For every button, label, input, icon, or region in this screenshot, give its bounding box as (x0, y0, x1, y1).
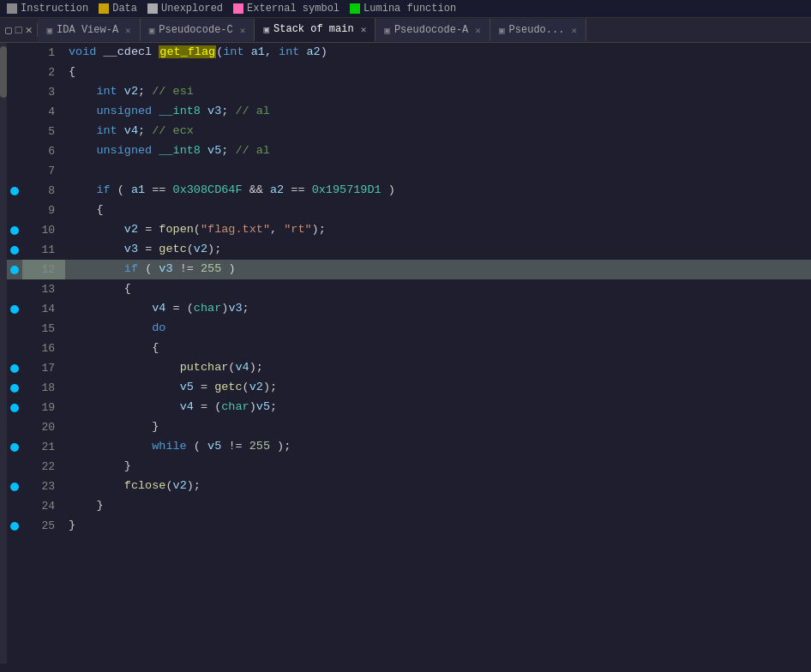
breakpoint-25[interactable] (10, 522, 19, 531)
line-num-6: 6 (22, 141, 65, 161)
breakpoint-17[interactable] (10, 364, 19, 373)
code-line-24: 24 } (7, 496, 811, 516)
tab-close-pseudocode-a[interactable]: ✕ (475, 25, 481, 36)
line-num-19: 19 (22, 398, 65, 417)
code-line-4: 4 unsigned __int8 v3; // al (7, 102, 811, 122)
code-line-7: 7 (7, 161, 811, 181)
legend-label-lumina: Lumina function (363, 3, 456, 15)
breakpoint-18[interactable] (10, 384, 19, 393)
breakpoint-19[interactable] (10, 404, 19, 412)
legend-external: External symbol (233, 3, 339, 15)
bp-col-2 (7, 63, 22, 82)
legend-instruction: Instruction (7, 3, 88, 15)
line-num-20: 20 (22, 417, 65, 437)
code-text-6: unsigned __int8 v5; // al (65, 141, 811, 161)
line-num-16: 16 (22, 339, 65, 358)
legend-data: Data (99, 3, 137, 15)
breakpoint-10[interactable] (10, 226, 19, 235)
line-num-25: 25 (22, 516, 65, 536)
bp-col-4 (7, 102, 22, 122)
code-text-11: v3 = getc(v2); (65, 240, 811, 260)
line-num-23: 23 (22, 477, 65, 496)
tab-label-stack-of-main: Stack of main (273, 23, 354, 35)
code-line-25: 25 } (7, 516, 811, 536)
bp-col-17 (7, 358, 22, 378)
code-text-13: { (65, 279, 811, 299)
tab-pseudocode-c[interactable]: ▣ Pseudocode-C ✕ (141, 19, 255, 41)
code-line-2: 2 { (7, 63, 811, 82)
restore-icon[interactable]: □ (15, 24, 22, 37)
code-line-18: 18 v5 = getc(v2); (7, 378, 811, 398)
tab-icon-pseudocode-a: ▣ (384, 25, 390, 36)
tab-icon-pseudocode-c: ▣ (149, 25, 155, 36)
minimize-icon[interactable]: ▢ (5, 23, 12, 37)
line-num-24: 24 (22, 496, 65, 516)
line-num-14: 14 (22, 299, 65, 319)
breakpoint-12[interactable] (10, 266, 19, 274)
tab-stack-of-main[interactable]: ▣ Stack of main ✕ (255, 18, 375, 42)
breakpoint-23[interactable] (10, 483, 19, 491)
line-num-12: 12 (22, 260, 65, 279)
line-num-15: 15 (22, 319, 65, 339)
legend-lumina: Lumina function (350, 3, 456, 15)
code-line-9: 9 { (7, 201, 811, 220)
bp-col-6 (7, 141, 22, 161)
code-line-6: 6 unsigned __int8 v5; // al (7, 141, 811, 161)
line-num-10: 10 (22, 220, 65, 240)
breakpoint-11[interactable] (10, 246, 19, 255)
code-text-25: } (65, 516, 811, 536)
tab-close-ida-view-a[interactable]: ✕ (125, 25, 131, 36)
code-text-18: v5 = getc(v2); (65, 378, 811, 398)
code-text-4: unsigned __int8 v3; // al (65, 102, 811, 122)
code-line-23: 23 fclose(v2); (7, 477, 811, 496)
tab-close-pseudocode-x[interactable]: ✕ (571, 25, 577, 36)
legend-label-data: Data (112, 3, 137, 15)
line-num-21: 21 (22, 437, 65, 457)
code-text-17: putchar(v4); (65, 358, 811, 378)
bp-col-10 (7, 220, 22, 240)
bp-col-13 (7, 279, 22, 299)
tab-pseudocode-x[interactable]: ▣ Pseudo... ✕ (490, 19, 586, 41)
tab-label-ida-view-a: IDA View-A (57, 24, 118, 36)
code-text-8: if ( a1 == 0x308CD64F && a2 == 0x195719D… (65, 181, 811, 201)
bp-col-19 (7, 398, 22, 417)
breakpoint-8[interactable] (10, 187, 19, 195)
left-scrollbar[interactable] (0, 43, 7, 663)
code-line-16: 16 { (7, 339, 811, 358)
tab-close-stack-of-main[interactable]: ✕ (361, 24, 367, 35)
close-icon[interactable]: ✕ (26, 23, 33, 37)
tab-pseudocode-a[interactable]: ▣ Pseudocode-A ✕ (375, 19, 490, 41)
code-area[interactable]: 1 void __cdecl get_flag(int a1, int a2) … (7, 43, 811, 663)
code-text-20: } (65, 417, 811, 437)
code-line-1: 1 void __cdecl get_flag(int a1, int a2) (7, 43, 811, 63)
code-line-13: 13 { (7, 279, 811, 299)
tab-icon-stack: ▣ (263, 24, 269, 35)
tab-bar: ▢ □ ✕ ▣ IDA View-A ✕ ▣ Pseudocode-C ✕ ▣ … (0, 18, 811, 43)
tab-icon-pseudocode-x: ▣ (499, 25, 505, 36)
bp-col-24 (7, 496, 22, 516)
line-num-11: 11 (22, 240, 65, 260)
code-line-10: 10 v2 = fopen("flag.txt", "rt"); (7, 220, 811, 240)
line-num-3: 3 (22, 82, 65, 102)
tab-label-pseudocode-c: Pseudocode-C (159, 24, 232, 36)
code-line-14: 14 v4 = (char)v3; (7, 299, 811, 319)
code-text-3: int v2; // esi (65, 82, 811, 102)
code-line-20: 20 } (7, 417, 811, 437)
tab-icon-ida: ▣ (46, 25, 52, 36)
code-line-19: 19 v4 = (char)v5; (7, 398, 811, 417)
code-text-15: do (65, 319, 811, 339)
code-line-8: 8 if ( a1 == 0x308CD64F && a2 == 0x19571… (7, 181, 811, 201)
scrollbar-thumb[interactable] (0, 46, 7, 98)
legend-dot-lumina (350, 3, 360, 14)
code-container: 1 void __cdecl get_flag(int a1, int a2) … (0, 43, 811, 663)
breakpoint-14[interactable] (10, 305, 19, 314)
code-text-16: { (65, 339, 811, 358)
line-num-22: 22 (22, 457, 65, 477)
bp-col-5 (7, 122, 22, 141)
code-line-17: 17 putchar(v4); (7, 358, 811, 378)
legend-label-unexplored: Unexplored (161, 3, 223, 15)
tab-ida-view-a[interactable]: ▣ IDA View-A ✕ (38, 19, 140, 41)
bp-col-7 (7, 161, 22, 181)
breakpoint-21[interactable] (10, 443, 19, 452)
tab-close-pseudocode-c[interactable]: ✕ (240, 25, 246, 36)
